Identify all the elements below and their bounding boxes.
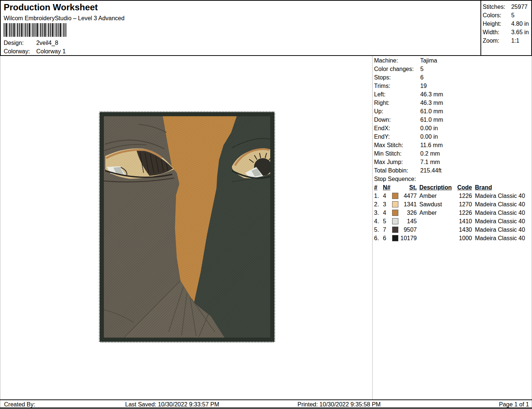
machine-info-row: Min Stitch: 0.2 mm: [374, 149, 531, 158]
design-row: Design: 2veil4_8: [4, 39, 225, 47]
embroidery-design-preview: [99, 111, 275, 343]
stop-description: Sawdust: [419, 200, 442, 209]
stop-num: 1.: [374, 192, 379, 200]
machine-info-row: Machine: Tajima: [374, 56, 531, 65]
machine-info-value: 5: [420, 66, 423, 72]
machine-info-label: EndX:: [374, 124, 419, 132]
stop-needle: 5: [383, 217, 386, 225]
printed-text: Printed: 10/30/2022 9:35:58 PM: [297, 401, 381, 408]
machine-info-label: Left:: [374, 90, 419, 99]
machine-info-value: 0.00 in: [420, 125, 438, 131]
stop-stitches: 145: [398, 217, 417, 225]
machine-info-label: Color changes:: [374, 65, 419, 73]
summary-row: Stitches: 25977: [483, 3, 531, 11]
machine-info-value: 19: [420, 83, 427, 89]
header-left-border: [0, 0, 1, 56]
machine-info-value: 11.6 mm: [420, 142, 443, 148]
summary-row: Zoom: 1:1: [483, 36, 531, 45]
stop-sequence-row: 2. 3 1341 Sawdust 1270 Madeira Classic 4…: [373, 200, 532, 209]
stop-code: 1000: [456, 234, 472, 242]
stop-brand: Madeira Classic 40: [475, 200, 525, 209]
machine-info-row: Down: 61.0 mm: [374, 115, 531, 124]
stop-sequence-row: 3. 4 326 Amber 1226 Madeira Classic 40: [373, 209, 532, 217]
machine-info-label: Machine:: [374, 56, 419, 65]
summary-value: 3.65 in: [511, 29, 529, 35]
stop-stitches: 326: [398, 209, 417, 217]
stop-sequence-row: 5. 7 9507 1430 Madeira Classic 40: [373, 225, 532, 234]
machine-info-row: Stops: 6: [374, 73, 531, 82]
machine-info-label: Stops:: [374, 73, 419, 82]
stop-sequence-header-row: # N# St. Description Code Brand: [373, 183, 532, 192]
machine-info-value: 46.3 mm: [420, 91, 443, 97]
summary-value: 5: [511, 12, 514, 18]
machine-info-row: Up: 61.0 mm: [374, 107, 531, 115]
stop-code: 1430: [456, 225, 472, 234]
summary-label: Height:: [483, 19, 510, 28]
created-by-label: Created By:: [4, 401, 35, 408]
stop-brand: Madeira Classic 40: [475, 209, 525, 217]
header-bottom-rule: [0, 55, 532, 56]
stop-needle: 6: [383, 234, 386, 242]
stop-stitches: 10179: [398, 234, 417, 242]
footer-bottom-rule: [0, 408, 532, 409]
stop-num: 5.: [374, 225, 379, 234]
machine-info-row: EndY: 0.00 in: [374, 132, 531, 141]
col-needle-header: N#: [383, 183, 390, 192]
barcode-icon: [4, 23, 67, 37]
stop-sequence-title: Stop Sequence:: [373, 175, 532, 183]
summary-row: Height: 4.80 in: [483, 19, 531, 28]
stop-needle: 4: [383, 209, 386, 217]
machine-info-row: Total Bobbin: 215.44ft: [374, 166, 531, 175]
page-top-border: [0, 0, 532, 1]
machine-info-row: Left: 46.3 mm: [374, 90, 531, 99]
page-number-text: Page 1 of 1: [499, 401, 529, 408]
machine-info-value: 215.44ft: [420, 167, 441, 174]
design-label: Design:: [4, 39, 35, 47]
stop-needle: 7: [383, 225, 386, 234]
machine-info-label: Trims:: [374, 82, 419, 90]
machine-info-row: Right: 46.3 mm: [374, 99, 531, 107]
stop-description: Amber: [419, 192, 437, 200]
design-value: 2veil4_8: [36, 40, 58, 46]
col-num-header: #: [374, 183, 377, 192]
stop-description: Amber: [419, 209, 437, 217]
stop-stitches: 1341: [398, 200, 417, 209]
col-description-header: Description: [419, 183, 452, 192]
stop-brand: Madeira Classic 40: [475, 225, 525, 234]
machine-info-row: EndX: 0.00 in: [374, 124, 531, 132]
stop-brand: Madeira Classic 40: [475, 217, 525, 225]
machine-info-value: 6: [420, 74, 423, 81]
summary-value: 1:1: [511, 38, 519, 44]
machine-info-value: 7.1 mm: [420, 159, 440, 165]
stop-num: 4.: [374, 217, 379, 225]
colorway-value: Colorway 1: [36, 48, 66, 54]
stop-stitches: 4477: [398, 192, 417, 200]
machine-info-label: Right:: [374, 99, 419, 107]
summary-label: Stitches:: [483, 3, 510, 11]
summary-box-divider: [480, 0, 481, 56]
col-code-header: Code: [456, 183, 472, 192]
app-subtitle: Wilcom EmbroideryStudio – Level 3 Advanc…: [4, 14, 124, 22]
machine-info-value: 0.00 in: [420, 134, 438, 140]
stop-num: 2.: [374, 200, 379, 209]
summary-label: Width:: [483, 28, 510, 36]
stop-num: 3.: [374, 209, 379, 217]
summary-label: Colors:: [483, 11, 510, 19]
machine-info-row: Max Jump: 7.1 mm: [374, 158, 531, 166]
col-stitches-header: St.: [398, 183, 417, 192]
machine-info-value: 0.2 mm: [420, 150, 440, 157]
stop-code: 1226: [456, 209, 472, 217]
machine-info-value: Tajima: [420, 57, 437, 64]
page-left-edge: [0, 56, 0, 408]
stop-code: 1226: [456, 192, 472, 200]
stop-brand: Madeira Classic 40: [475, 192, 525, 200]
col-brand-header: Brand: [475, 183, 492, 192]
design-summary-box: Stitches: 25977 Colors: 5 Height: 4.80 i…: [483, 3, 531, 45]
stop-sequence-row: 4. 5 145 1410 Madeira Classic 40: [373, 217, 532, 225]
machine-info-label: Down:: [374, 115, 419, 124]
machine-info-label: Min Stitch:: [374, 149, 419, 158]
summary-value: 25977: [511, 4, 528, 10]
production-worksheet-page: Production Worksheet Wilcom EmbroiderySt…: [0, 0, 532, 409]
machine-info-label: Up:: [374, 107, 419, 115]
summary-value: 4.80 in: [511, 21, 529, 27]
